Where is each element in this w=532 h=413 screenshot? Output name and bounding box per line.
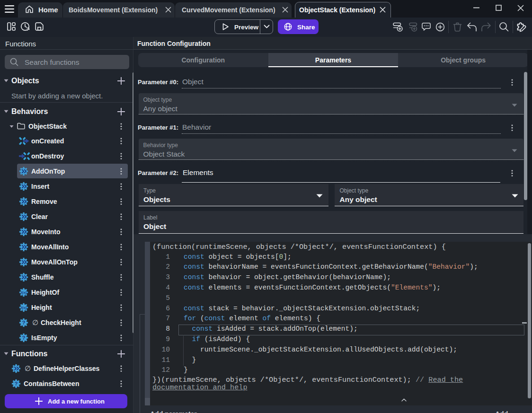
svg-text:?: ? — [22, 320, 25, 325]
svg-text:?: ? — [22, 335, 25, 341]
svg-text:f(x): f(x) — [21, 306, 27, 310]
svg-text:f(x): f(x) — [21, 290, 27, 295]
svg-text:?: ? — [14, 381, 18, 387]
